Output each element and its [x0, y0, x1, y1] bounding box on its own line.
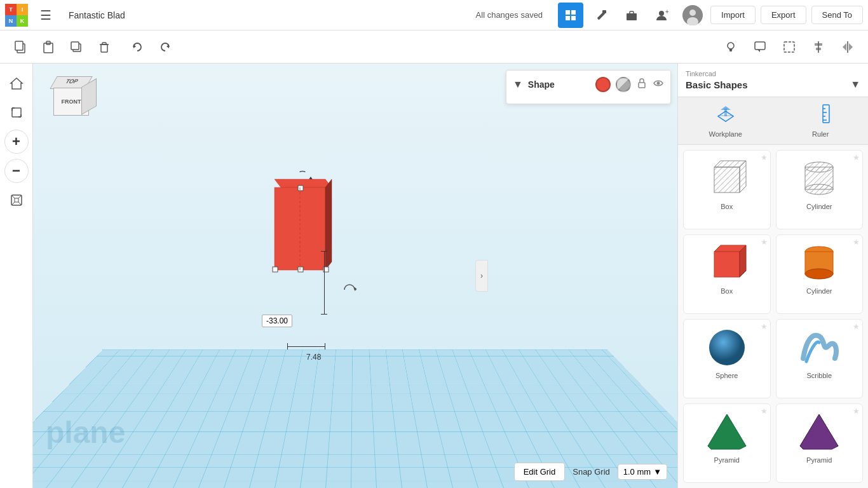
scribble-preview [794, 325, 844, 369]
shape-item-scribble[interactable]: ★ Scribble [776, 319, 864, 398]
right-panel: Tinkercad Basic Shapes ▼ Workplane [677, 64, 868, 488]
svg-rect-5 [602, 10, 606, 13]
shape-item-pyramid-purple[interactable]: ★ Pyramid [776, 403, 864, 483]
lock-icon[interactable] [636, 78, 648, 92]
color-solid-button[interactable] [595, 77, 611, 92]
star-icon[interactable]: ★ [853, 153, 860, 162]
snap-grid-value: 1.0 mm [623, 467, 651, 477]
svg-point-24 [728, 43, 734, 49]
svg-rect-29 [784, 42, 794, 52]
svg-rect-55 [273, 267, 278, 272]
collapse-panel-button[interactable]: › [475, 260, 488, 292]
svg-marker-36 [11, 78, 22, 89]
visibility-icon[interactable] [653, 78, 664, 92]
add-user-icon[interactable]: + [649, 3, 675, 28]
mirror-icon[interactable] [835, 34, 860, 60]
duplicate-button[interactable] [64, 34, 89, 60]
dimension-line-vertical [324, 251, 325, 315]
shape-item-cylinder-orange[interactable]: ★ Cylinder [776, 234, 864, 314]
star-icon[interactable]: ★ [761, 153, 768, 162]
star-icon[interactable]: ★ [761, 407, 768, 416]
send-to-button[interactable]: Send To [811, 6, 863, 24]
grid-view-icon[interactable] [558, 3, 583, 28]
ruler-button[interactable]: Ruler [773, 97, 869, 144]
workplane-button[interactable]: Workplane [678, 97, 773, 144]
pyramid-purple-preview [794, 409, 844, 454]
fit-view-button[interactable] [4, 100, 29, 125]
star-icon[interactable]: ★ [853, 238, 860, 247]
view-cube[interactable]: TOP FRONT [46, 76, 97, 127]
panel-dropdown-arrow[interactable]: ▼ [850, 79, 860, 90]
user-avatar[interactable] [680, 3, 705, 28]
svg-rect-19 [101, 44, 107, 52]
workplane-icon [715, 104, 736, 128]
shape-panel-dropdown[interactable]: ▼ [513, 79, 523, 90]
svg-point-60 [657, 81, 660, 85]
sphere-blue-preview [702, 325, 752, 369]
star-icon[interactable]: ★ [853, 407, 860, 416]
edit-grid-button[interactable]: Edit Grid [514, 463, 566, 481]
svg-point-8 [659, 11, 664, 16]
svg-rect-54 [298, 186, 303, 191]
svg-marker-22 [133, 44, 136, 48]
panel-category: Tinkercad [686, 70, 860, 78]
undo-button[interactable] [125, 34, 150, 60]
svg-marker-86 [708, 414, 746, 449]
dimension-tick-top [321, 251, 327, 252]
selection-icon[interactable] [776, 34, 802, 60]
zoom-in-button[interactable]: + [4, 130, 29, 154]
logo-t: T [5, 4, 17, 15]
left-sidebar: + − [0, 64, 33, 488]
design-name[interactable]: Fantastic Blad [69, 10, 267, 20]
redo-button[interactable] [153, 34, 178, 60]
shape-label-scribble: Scribble [806, 372, 832, 379]
toolbar [0, 30, 868, 64]
comment-icon[interactable] [747, 34, 773, 60]
shape-item-box-gray[interactable]: ★ Box [683, 150, 771, 229]
canvas-area[interactable]: TOP FRONT [33, 64, 677, 488]
color-hole-button[interactable] [616, 77, 631, 92]
bulb-icon[interactable] [718, 34, 743, 60]
paste-button[interactable] [36, 34, 61, 60]
svg-rect-0 [566, 10, 570, 15]
star-icon[interactable]: ★ [853, 322, 860, 331]
ruler-label: Ruler [812, 130, 829, 138]
home-view-button[interactable] [4, 71, 29, 95]
snap-grid-dropdown-icon: ▼ [653, 467, 661, 477]
panel-title: Basic Shapes [686, 79, 850, 90]
svg-rect-79 [714, 252, 740, 277]
svg-marker-88 [800, 414, 838, 449]
star-icon[interactable]: ★ [761, 322, 768, 331]
copy-button[interactable] [8, 34, 33, 60]
star-icon[interactable]: ★ [761, 238, 768, 247]
zoom-out-button[interactable]: − [4, 159, 29, 183]
hammer-icon[interactable] [588, 3, 614, 28]
svg-point-77 [805, 184, 833, 194]
nav-menu-icon[interactable]: ☰ [33, 3, 58, 28]
workplane-label: Workplane [709, 130, 742, 138]
3d-object[interactable] [268, 191, 344, 295]
svg-rect-3 [571, 16, 576, 20]
app-logo[interactable]: T I N K [5, 4, 28, 27]
panel-tools: Workplane Ruler [678, 97, 868, 145]
briefcase-icon[interactable] [619, 3, 644, 28]
svg-rect-7 [630, 11, 634, 14]
shape-item-sphere-blue[interactable]: ★ Sphere [683, 319, 771, 398]
shape-item-pyramid-green[interactable]: ★ Pyramid [683, 403, 771, 483]
svg-rect-27 [755, 42, 765, 50]
shape-label-pyramid-purple: Pyramid [806, 456, 832, 464]
shape-panel: ▼ Shape [506, 70, 671, 104]
box-red-preview [702, 240, 752, 285]
export-button[interactable]: Export [761, 6, 806, 24]
shape-item-cylinder-gray[interactable]: ★ Cylinder [776, 150, 864, 229]
import-button[interactable]: Import [710, 6, 756, 24]
rotate-icon[interactable] [342, 283, 356, 297]
svg-rect-2 [566, 16, 570, 20]
shape-item-box-red[interactable]: ★ Box [683, 234, 771, 314]
svg-marker-43 [15, 198, 18, 202]
align-tools-icon[interactable] [806, 34, 831, 60]
snap-grid-select[interactable]: 1.0 mm ▼ [618, 464, 667, 480]
svg-rect-18 [71, 42, 79, 50]
perspective-button[interactable] [4, 188, 29, 212]
delete-button[interactable] [92, 34, 117, 60]
